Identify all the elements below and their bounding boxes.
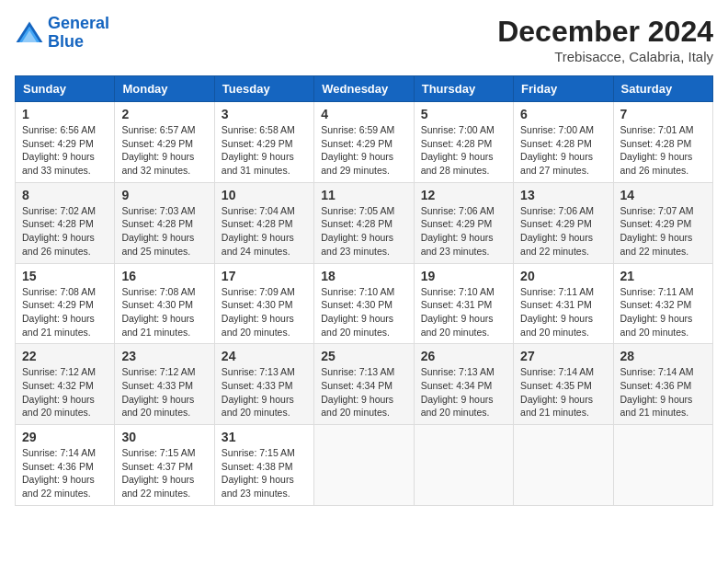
day-info: Sunrise: 7:00 AM Sunset: 4:28 PM Dayligh… [421,123,506,178]
col-header-sunday: Sunday [16,76,115,102]
location: Trebisacce, Calabria, Italy [497,49,713,64]
calendar-cell: 17 Sunrise: 7:09 AM Sunset: 4:30 PM Dayl… [214,263,313,344]
day-info: Sunrise: 7:07 AM Sunset: 4:29 PM Dayligh… [620,204,706,259]
calendar-cell: 12 Sunrise: 7:06 AM Sunset: 4:29 PM Dayl… [414,182,513,263]
day-number: 5 [421,107,506,121]
day-info: Sunrise: 7:11 AM Sunset: 4:31 PM Dayligh… [520,285,606,339]
calendar-cell: 2 Sunrise: 6:57 AM Sunset: 4:29 PM Dayli… [115,102,214,183]
col-header-wednesday: Wednesday [314,76,414,102]
day-info: Sunrise: 7:08 AM Sunset: 4:29 PM Dayligh… [22,285,108,339]
calendar-cell: 13 Sunrise: 7:06 AM Sunset: 4:29 PM Dayl… [514,182,613,263]
calendar-cell: 5 Sunrise: 7:00 AM Sunset: 4:28 PM Dayli… [414,102,513,183]
calendar-cell [314,425,414,506]
day-number: 13 [520,188,606,202]
day-info: Sunrise: 7:13 AM Sunset: 4:34 PM Dayligh… [321,365,406,419]
logo-line2: Blue [48,32,84,51]
day-info: Sunrise: 7:12 AM Sunset: 4:33 PM Dayligh… [121,365,207,419]
logo-line1: General [48,14,109,32]
calendar-cell: 26 Sunrise: 7:13 AM Sunset: 4:34 PM Dayl… [414,344,513,425]
day-number: 10 [222,188,307,202]
col-header-tuesday: Tuesday [214,76,313,102]
day-info: Sunrise: 7:08 AM Sunset: 4:30 PM Dayligh… [121,285,207,339]
calendar-table: SundayMondayTuesdayWednesdayThursdayFrid… [15,75,713,506]
calendar-cell: 6 Sunrise: 7:00 AM Sunset: 4:28 PM Dayli… [514,102,613,183]
day-number: 16 [121,269,207,283]
calendar-cell: 27 Sunrise: 7:14 AM Sunset: 4:35 PM Dayl… [514,344,613,425]
logo: General Blue [15,15,109,52]
calendar-cell: 10 Sunrise: 7:04 AM Sunset: 4:28 PM Dayl… [214,182,313,263]
calendar-cell: 14 Sunrise: 7:07 AM Sunset: 4:29 PM Dayl… [613,182,712,263]
calendar-cell: 9 Sunrise: 7:03 AM Sunset: 4:28 PM Dayli… [115,182,214,263]
day-info: Sunrise: 7:06 AM Sunset: 4:29 PM Dayligh… [520,204,606,259]
day-info: Sunrise: 7:01 AM Sunset: 4:28 PM Dayligh… [620,123,706,178]
col-header-thursday: Thursday [414,76,513,102]
calendar-cell: 19 Sunrise: 7:10 AM Sunset: 4:31 PM Dayl… [414,263,513,344]
calendar-cell [613,425,712,506]
day-number: 7 [620,107,706,121]
calendar-week-row: 15 Sunrise: 7:08 AM Sunset: 4:29 PM Dayl… [16,263,713,344]
calendar-week-row: 22 Sunrise: 7:12 AM Sunset: 4:32 PM Dayl… [16,344,713,425]
day-info: Sunrise: 7:02 AM Sunset: 4:28 PM Dayligh… [22,204,108,259]
calendar-cell: 24 Sunrise: 7:13 AM Sunset: 4:33 PM Dayl… [214,344,313,425]
day-number: 24 [222,349,307,363]
day-number: 19 [421,269,506,283]
calendar-cell: 18 Sunrise: 7:10 AM Sunset: 4:30 PM Dayl… [314,263,414,344]
day-info: Sunrise: 6:59 AM Sunset: 4:29 PM Dayligh… [321,123,406,178]
col-header-monday: Monday [115,76,214,102]
day-number: 25 [321,349,406,363]
day-number: 11 [321,188,406,202]
day-info: Sunrise: 6:58 AM Sunset: 4:29 PM Dayligh… [222,123,307,178]
day-number: 20 [520,269,606,283]
calendar-cell: 29 Sunrise: 7:14 AM Sunset: 4:36 PM Dayl… [16,425,115,506]
title-block: December 2024 Trebisacce, Calabria, Ital… [497,15,713,64]
calendar-cell [514,425,613,506]
calendar-cell: 4 Sunrise: 6:59 AM Sunset: 4:29 PM Dayli… [314,102,414,183]
calendar-header-row: SundayMondayTuesdayWednesdayThursdayFrid… [16,76,713,102]
logo-text: General Blue [48,15,109,52]
calendar-cell: 16 Sunrise: 7:08 AM Sunset: 4:30 PM Dayl… [115,263,214,344]
day-number: 27 [520,349,606,363]
day-info: Sunrise: 7:14 AM Sunset: 4:36 PM Dayligh… [22,446,108,500]
calendar-cell: 31 Sunrise: 7:15 AM Sunset: 4:38 PM Dayl… [214,425,313,506]
page-header: General Blue December 2024 Trebisacce, C… [15,15,713,64]
day-info: Sunrise: 7:10 AM Sunset: 4:31 PM Dayligh… [421,285,506,339]
calendar-cell: 7 Sunrise: 7:01 AM Sunset: 4:28 PM Dayli… [613,102,712,183]
day-number: 15 [22,269,108,283]
day-info: Sunrise: 7:09 AM Sunset: 4:30 PM Dayligh… [222,285,307,339]
calendar-cell: 25 Sunrise: 7:13 AM Sunset: 4:34 PM Dayl… [314,344,414,425]
calendar-cell: 15 Sunrise: 7:08 AM Sunset: 4:29 PM Dayl… [16,263,115,344]
calendar-cell: 21 Sunrise: 7:11 AM Sunset: 4:32 PM Dayl… [613,263,712,344]
day-number: 26 [421,349,506,363]
day-info: Sunrise: 7:11 AM Sunset: 4:32 PM Dayligh… [620,285,706,339]
day-info: Sunrise: 6:57 AM Sunset: 4:29 PM Dayligh… [121,123,207,178]
calendar-cell: 3 Sunrise: 6:58 AM Sunset: 4:29 PM Dayli… [214,102,313,183]
calendar-week-row: 8 Sunrise: 7:02 AM Sunset: 4:28 PM Dayli… [16,182,713,263]
calendar-cell: 23 Sunrise: 7:12 AM Sunset: 4:33 PM Dayl… [115,344,214,425]
calendar-cell [414,425,513,506]
day-number: 29 [22,430,108,444]
calendar-week-row: 29 Sunrise: 7:14 AM Sunset: 4:36 PM Dayl… [16,425,713,506]
day-info: Sunrise: 6:56 AM Sunset: 4:29 PM Dayligh… [22,123,108,178]
day-info: Sunrise: 7:06 AM Sunset: 4:29 PM Dayligh… [421,204,506,259]
day-info: Sunrise: 7:03 AM Sunset: 4:28 PM Dayligh… [121,204,207,259]
calendar-cell: 28 Sunrise: 7:14 AM Sunset: 4:36 PM Dayl… [613,344,712,425]
day-number: 18 [321,269,406,283]
calendar-cell: 22 Sunrise: 7:12 AM Sunset: 4:32 PM Dayl… [16,344,115,425]
day-number: 31 [222,430,307,444]
day-number: 4 [321,107,406,121]
day-info: Sunrise: 7:12 AM Sunset: 4:32 PM Dayligh… [22,365,108,419]
day-info: Sunrise: 7:05 AM Sunset: 4:28 PM Dayligh… [321,204,406,259]
day-number: 28 [620,349,706,363]
day-info: Sunrise: 7:00 AM Sunset: 4:28 PM Dayligh… [520,123,606,178]
day-number: 30 [121,430,207,444]
day-number: 6 [520,107,606,121]
month-title: December 2024 [497,15,713,49]
day-info: Sunrise: 7:15 AM Sunset: 4:37 PM Dayligh… [121,446,207,500]
col-header-friday: Friday [514,76,613,102]
day-number: 3 [222,107,307,121]
day-number: 23 [121,349,207,363]
day-info: Sunrise: 7:13 AM Sunset: 4:33 PM Dayligh… [222,365,307,419]
day-info: Sunrise: 7:10 AM Sunset: 4:30 PM Dayligh… [321,285,406,339]
day-number: 1 [22,107,108,121]
day-info: Sunrise: 7:14 AM Sunset: 4:35 PM Dayligh… [520,365,606,419]
